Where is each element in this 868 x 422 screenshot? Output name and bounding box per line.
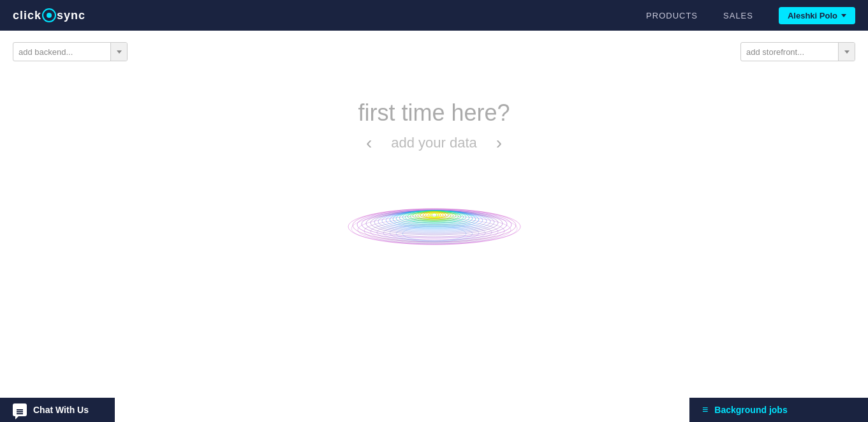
main-subtitle: add your data <box>391 135 477 151</box>
user-name-label: Aleshki Polo <box>788 11 837 20</box>
carousel-prev-button[interactable]: ‹ <box>366 133 372 153</box>
svg-point-26 <box>432 213 437 217</box>
main-content: first time here? ‹ add your data › <box>0 61 868 262</box>
svg-point-30 <box>371 220 498 243</box>
vortex-visualization <box>339 185 530 262</box>
storefront-dropdown[interactable]: add storefront... <box>740 42 855 61</box>
logo-text-right: sync <box>57 9 85 22</box>
svg-point-8 <box>382 211 487 231</box>
nav-right: PRODUCTS SALES Aleshki Polo <box>646 7 855 24</box>
backend-dropdown[interactable]: add backend... <box>13 42 128 61</box>
header: click sync PRODUCTS SALES Aleshki Polo <box>0 0 868 31</box>
backend-dropdown-arrow <box>110 42 127 61</box>
logo: click sync <box>13 8 85 22</box>
storefront-dropdown-arrow <box>838 42 855 61</box>
logo-text-left: click <box>13 9 41 22</box>
user-menu-button[interactable]: Aleshki Polo <box>779 7 855 24</box>
nav-sales[interactable]: SALES <box>723 11 753 20</box>
logo-icon <box>42 8 56 22</box>
user-menu-caret <box>841 14 846 17</box>
main-title: first time here? <box>358 100 510 126</box>
carousel-next-button[interactable]: › <box>496 133 502 153</box>
carousel-row: ‹ add your data › <box>366 133 502 153</box>
nav-products[interactable]: PRODUCTS <box>646 11 698 20</box>
backend-select[interactable]: add backend... <box>13 47 110 57</box>
toolbar: add backend... add storefront... <box>0 31 868 61</box>
storefront-select[interactable]: add storefront... <box>741 47 838 57</box>
vortex-svg <box>339 185 530 262</box>
